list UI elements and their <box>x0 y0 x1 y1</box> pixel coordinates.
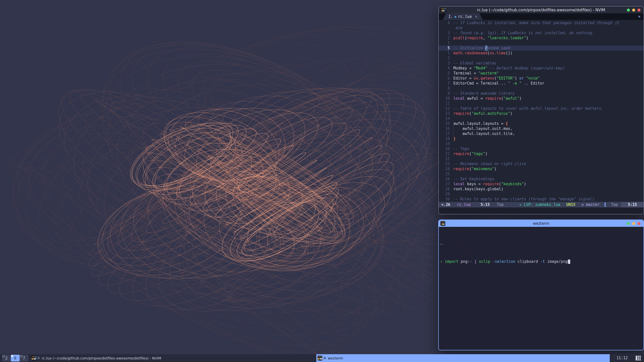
code-row[interactable]: 2 <box>439 56 643 61</box>
close-button[interactable] <box>637 222 640 225</box>
taskbar-task-wezterm[interactable]: $W ✈ wezterm <box>316 354 610 362</box>
code-token: root.keys(keys.global) <box>453 187 503 192</box>
code-token: ) <box>485 151 487 156</box>
wezterm-window-controls <box>627 220 640 227</box>
layout-tile-icon[interactable] <box>636 356 641 360</box>
statusline-cursor-position: 5:15 <box>481 202 490 207</box>
terminal-cursor <box>568 260 570 264</box>
code-row[interactable]: 14 <box>439 116 643 121</box>
code-row[interactable]: 10local awful = require("awful") <box>439 96 643 101</box>
code-row[interactable]: 27local keys = require("keybinds") <box>439 182 643 187</box>
code-row[interactable]: 17▏ awful.layout.suit.tile, <box>439 131 643 136</box>
tabline-close-icon[interactable]: × <box>638 14 640 19</box>
code-row[interactable]: 6Editor = os.getenv("EDITOR") or "nvim" <box>439 76 643 81</box>
line-number: 1 <box>439 41 453 46</box>
code-token: or <box>519 76 524 81</box>
taskbar-task-nvim[interactable]: $W ✈ rc.lua (~/code/github.com/pinpox/do… <box>30 354 316 362</box>
nvim-window: $W rc.lua (~/code/github.com/pinpox/dotf… <box>438 6 644 214</box>
code-token: -- If LuaRocks is installed, make sure t… <box>453 20 619 25</box>
code-row[interactable]: 11 <box>439 101 643 106</box>
task-title: rc.lua (~/code/github.com/pinpox/dotfile… <box>42 356 161 360</box>
code-row[interactable]: 25 <box>439 171 643 176</box>
code-row[interactable]: 4-- If LuaRocks is installed, make sure … <box>439 20 643 25</box>
code-token: os.getenv <box>474 76 494 81</box>
code-row[interactable]: 23-- Mainmenu shown on right-click <box>439 161 643 166</box>
code-row[interactable]: 1math.randomseed(os.time()) <box>439 51 643 56</box>
code-row[interactable]: are <box>439 25 643 30</box>
line-number: 27 <box>439 182 453 187</box>
wezterm-app-icon: $W <box>440 8 445 12</box>
code-token: require <box>483 182 499 187</box>
code-row[interactable]: 7EditorCmd = Terminal .. " -e " .. Edito… <box>439 81 643 86</box>
code-rows[interactable]: 4-- If LuaRocks is installed, make sure … <box>439 20 643 202</box>
code-token: -- found (e.g. lgi). If LuaRocks is not … <box>453 30 594 35</box>
code-row-current[interactable]: 5-- Initialize random seed <box>439 46 643 51</box>
code-token: -- Initialize <box>453 46 485 51</box>
lua-file-icon: ● <box>455 15 456 18</box>
tag-indicator <box>3 355 5 357</box>
code-row[interactable]: 24require("mainmenu") <box>439 166 643 171</box>
code-token: ▏ <box>453 131 456 136</box>
code-token: require <box>467 35 483 41</box>
code-row[interactable]: 12-- Table of layouts to cover with awfu… <box>439 106 643 111</box>
tag-label: 2 <box>5 356 8 360</box>
nvim-titlebar[interactable]: $W rc.lua (~/code/github.com/pinpox/dotf… <box>439 7 643 13</box>
code-row[interactable]: 15awful.layout.layouts = { <box>439 121 643 126</box>
terminal-prompt-line[interactable]: › import png:- | xclip -selection clipbo… <box>440 259 642 265</box>
code-token: ( <box>469 151 471 156</box>
maximize-button[interactable] <box>632 222 635 225</box>
code-row[interactable]: 26-- Set keybindings <box>439 176 643 182</box>
line-number: 8 <box>439 86 453 91</box>
tag-indicator <box>11 355 13 357</box>
line-number: 22 <box>439 156 453 161</box>
tag-7[interactable]: 7 <box>20 355 28 361</box>
code-token: -- Rules to apply to new clients (throug… <box>453 197 597 202</box>
nvim-window-title: rc.lua (~/code/github.com/pinpox/dotfile… <box>439 8 643 12</box>
code-token <box>487 66 490 71</box>
tab-close-icon[interactable]: × <box>475 14 477 19</box>
code-row[interactable]: 19 <box>439 141 643 146</box>
maximize-button[interactable] <box>632 9 635 12</box>
line-number: 2 <box>439 56 453 61</box>
tag-6[interactable]: 6 <box>11 355 20 361</box>
terminal-content[interactable]: ~ › import png:- | xclip -selection clip… <box>439 227 643 350</box>
line-number: 4 <box>439 20 453 25</box>
code-row[interactable]: 3-- found (e.g. lgi). If LuaRocks is not… <box>439 30 643 35</box>
tag-2[interactable]: 2 <box>2 355 11 361</box>
code-row[interactable]: 1 <box>439 41 643 46</box>
minimize-button[interactable] <box>627 9 630 12</box>
statusline-file-format: UNIX <box>566 202 575 207</box>
line-number: 6 <box>439 76 453 81</box>
tab-filename: rc.lua <box>458 14 472 19</box>
wezterm-titlebar[interactable]: $W wezterm <box>439 220 643 227</box>
line-number: 16 <box>439 126 453 131</box>
code-token: -- Global variables <box>453 61 497 66</box>
code-row[interactable]: 18} <box>439 136 643 141</box>
code-row[interactable]: 28root.keys(keys.global) <box>439 187 643 192</box>
wezterm-icon-glyph: $W <box>441 223 445 226</box>
code-row[interactable]: 21require("tags") <box>439 151 643 156</box>
code-row[interactable]: 13require("awful.autofocus") <box>439 111 643 116</box>
code-row[interactable]: 3-- Global variables <box>439 61 643 66</box>
close-button[interactable] <box>637 9 640 12</box>
code-row[interactable]: 16▏ awful.layout.suit.max, <box>439 126 643 131</box>
nvim-cmdline[interactable] <box>439 207 643 214</box>
line-number: 18 <box>439 136 453 141</box>
line-number: 23 <box>439 161 453 166</box>
code-row[interactable]: 8 <box>439 86 643 91</box>
tag-label: 6 <box>14 356 16 360</box>
command-token: | <box>474 259 479 264</box>
code-row[interactable]: 20-- Tags <box>439 146 643 151</box>
wezterm-icon-dots <box>441 222 446 222</box>
code-row[interactable]: 5Terminal = "wezterm" <box>439 71 643 76</box>
nvim-window-controls <box>627 7 640 13</box>
statusline-linecount: <.2k <box>441 202 450 207</box>
minimize-button[interactable] <box>627 222 630 225</box>
code-row[interactable]: 9-- Standard awesome library <box>439 91 643 96</box>
code-row[interactable]: 30-- Rules to apply to new clients (thro… <box>439 197 643 202</box>
code-row[interactable]: 2pcall(require, "luarocks.loader") <box>439 35 643 41</box>
code-row[interactable]: 29 <box>439 192 643 197</box>
nvim-tab-rc-lua[interactable]: 1. ● rc.lua × <box>443 13 483 20</box>
code-row[interactable]: 4Modkey = "Mod4" -- Default modkey (supe… <box>439 66 643 71</box>
code-row[interactable]: 22 <box>439 156 643 161</box>
